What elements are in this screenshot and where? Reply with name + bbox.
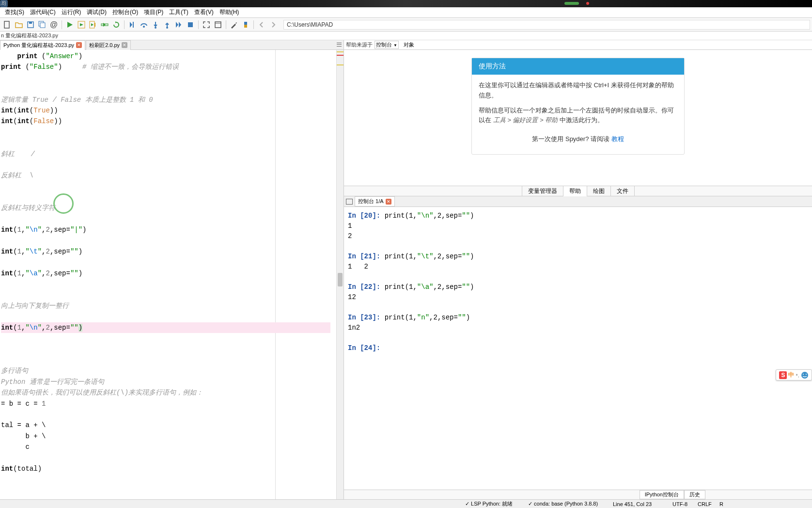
step-into-icon[interactable] (150, 19, 161, 30)
code-line[interactable] (1, 452, 344, 463)
python-icon[interactable] (240, 19, 251, 30)
code-line[interactable]: Python 通常是一行写完一条语句 (1, 377, 344, 387)
debug-icon[interactable] (127, 19, 138, 30)
tab-ipython[interactable]: IPython控制台 (640, 490, 684, 499)
code-line[interactable]: 斜杠 / (1, 149, 344, 159)
step-out-icon[interactable] (162, 19, 172, 30)
run-icon[interactable] (64, 19, 75, 30)
back-icon[interactable] (256, 19, 267, 30)
rerun-icon[interactable] (111, 19, 122, 30)
code-line[interactable] (1, 192, 344, 203)
menu-item[interactable]: 工具(T) (166, 7, 191, 17)
code-line[interactable]: 向上与向下复制一整行 (1, 301, 344, 311)
menu-item[interactable]: 控制台(O) (109, 7, 141, 17)
code-line[interactable]: int(1,"\a",2,sep="") (1, 268, 344, 279)
console-options-icon[interactable] (346, 199, 353, 205)
menu-item[interactable]: 查看(V) (191, 7, 217, 17)
continue-icon[interactable] (173, 19, 184, 30)
code-line[interactable] (1, 236, 344, 246)
menu-item[interactable]: 项目(P) (141, 7, 166, 17)
right-tab[interactable]: 文件 (611, 186, 635, 196)
code-line[interactable]: = b = c = 1 (1, 398, 344, 409)
code-line[interactable] (1, 344, 344, 355)
code-line[interactable]: int(1,"\t",2,sep="") (1, 246, 344, 257)
editor-tab-active[interactable]: Python 量化编程基础-2023.py ✕ (0, 40, 85, 50)
code-line[interactable] (1, 73, 344, 83)
save-icon[interactable] (25, 19, 36, 30)
stop-debug-icon[interactable] (185, 19, 196, 30)
code-line[interactable] (1, 257, 344, 268)
code-editor[interactable]: print ("Answer")print ("False") # 缩进不一致，… (0, 50, 344, 499)
ipython-console[interactable]: In [20]: print(1,"\n",2,sep="")1 2 In [2… (344, 207, 812, 490)
status-conda[interactable]: ✓ conda: base (Python 3.8.8) (528, 501, 598, 507)
tutorial-link[interactable]: 教程 (611, 135, 624, 143)
run-cell-icon[interactable] (76, 19, 87, 30)
code-line[interactable]: b + \ (1, 431, 344, 442)
code-line[interactable]: int(1,"\n",2,sep="|") (1, 224, 344, 235)
code-line[interactable]: int(1,"\n",2,sep="") (1, 322, 330, 333)
menu-item[interactable]: 源代码(C) (27, 7, 59, 17)
console-tab[interactable]: 控制台 1/A ✕ (355, 196, 395, 206)
code-line[interactable]: print ("False") # 缩进不一致，会导致运行错误 (1, 62, 344, 72)
code-line[interactable]: int(int(False)) (1, 116, 344, 127)
code-line[interactable] (1, 485, 344, 496)
code-line[interactable] (1, 159, 344, 170)
run-selection-icon[interactable] (99, 19, 110, 30)
save-all-icon[interactable] (37, 19, 47, 30)
ime-widget[interactable]: S 中 •, (776, 369, 812, 381)
code-line[interactable]: tal = a + \ (1, 420, 344, 430)
right-tab[interactable]: 帮助 (563, 186, 587, 196)
at-icon[interactable]: @ (48, 19, 59, 30)
tab-history[interactable]: 历史 (684, 490, 705, 499)
open-file-icon[interactable] (14, 19, 24, 30)
code-line[interactable] (1, 83, 344, 94)
fullscreen-icon[interactable] (213, 19, 223, 30)
code-line[interactable]: print ("Answer") (1, 51, 344, 62)
code-line[interactable] (1, 474, 344, 485)
code-line[interactable]: 多行语句 (1, 365, 344, 376)
editor-tab[interactable]: 粉刷匠2.0.py ✕ (86, 40, 131, 50)
code-line[interactable]: c (1, 442, 344, 452)
code-line[interactable]: 反斜杠 \ (1, 170, 344, 181)
close-icon[interactable]: ✕ (122, 42, 127, 48)
status-eol[interactable]: CRLF (698, 501, 712, 507)
status-encoding[interactable]: UTF-8 (672, 501, 687, 507)
code-line[interactable] (1, 333, 344, 344)
forward-icon[interactable] (268, 19, 279, 30)
code-line[interactable] (1, 311, 344, 322)
preferences-icon[interactable] (229, 19, 239, 30)
ime-lang[interactable]: 中 (788, 371, 794, 379)
tab-menu-icon[interactable] (336, 41, 343, 48)
code-line[interactable] (1, 496, 344, 499)
step-over-icon[interactable] (139, 19, 149, 30)
menu-item[interactable]: 帮助(H) (217, 7, 242, 17)
code-line[interactable] (1, 138, 344, 148)
code-line[interactable]: int(int(True)) (1, 105, 344, 116)
right-tab[interactable]: 绘图 (587, 186, 611, 196)
code-line[interactable]: int(total) (1, 463, 344, 474)
code-line[interactable] (1, 409, 344, 420)
run-cell-advance-icon[interactable] (88, 19, 98, 30)
right-tab[interactable]: 变量管理器 (522, 186, 563, 196)
menu-item[interactable]: 调试(D) (84, 7, 109, 17)
close-icon[interactable]: ✕ (386, 199, 391, 205)
status-lsp[interactable]: ✓ LSP Python: 就绪 (465, 500, 513, 508)
help-source-select[interactable]: 控制台 ▼ (375, 41, 399, 49)
editor-scrollbar[interactable] (336, 50, 344, 499)
new-file-icon[interactable] (2, 19, 13, 30)
code-line[interactable]: 反斜杠与转义字符 (1, 203, 344, 213)
code-line[interactable] (1, 127, 344, 138)
menu-item[interactable]: 运行(R) (59, 7, 84, 17)
code-line[interactable] (1, 279, 344, 289)
code-line[interactable]: 逻辑常量 True / False 本质上是整数 1 和 0 (1, 95, 344, 105)
code-line[interactable] (1, 214, 344, 224)
menu-item[interactable]: 查找(S) (2, 7, 27, 17)
code-line[interactable] (1, 181, 344, 192)
code-line[interactable] (1, 355, 344, 365)
working-dir-input[interactable]: C:\Users\MIAPAD (283, 20, 810, 30)
code-line[interactable]: 但如果语句很长，我们可以使用反斜杠(\)来实现多行语句，例如： (1, 387, 344, 398)
close-icon[interactable]: ✕ (76, 42, 82, 48)
maximize-icon[interactable] (201, 19, 212, 30)
ime-smiley-icon[interactable] (801, 371, 809, 379)
code-line[interactable] (1, 290, 344, 301)
